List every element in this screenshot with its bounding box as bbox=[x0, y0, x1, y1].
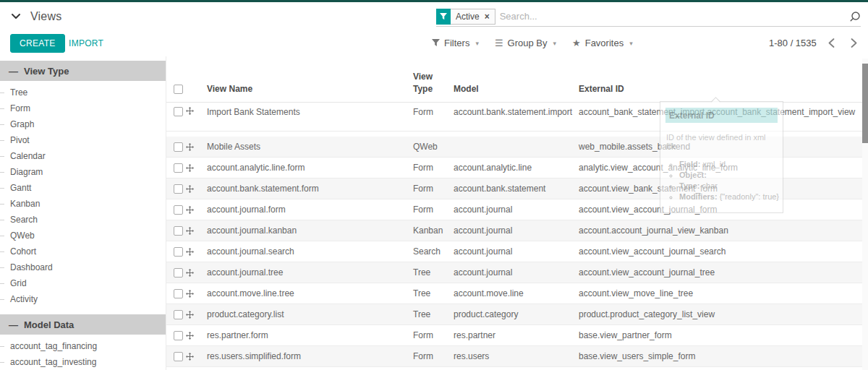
column-header-view-type[interactable]: View Type bbox=[413, 71, 454, 95]
sidebar-item-model-data[interactable]: account_tag_investing bbox=[0, 354, 166, 370]
row-checkbox[interactable] bbox=[174, 142, 183, 152]
views-list-page: Views Active × CREATE IMPORT bbox=[0, 0, 868, 370]
search-panel-sidebar: — View Type Tree Form Graph Pivot Calend… bbox=[0, 56, 166, 370]
sidebar-section-view-type: — View Type bbox=[0, 61, 166, 81]
sidebar-item-model-data[interactable]: account_tag_financing bbox=[0, 338, 166, 354]
row-checkbox[interactable] bbox=[174, 310, 183, 319]
sidebar-item-view-type[interactable]: Form bbox=[0, 100, 166, 116]
cell-model: account.bank.statement.import bbox=[454, 107, 579, 117]
cell-view-name: account.journal.search bbox=[207, 246, 413, 257]
sidebar-item-view-type[interactable]: Kanban bbox=[0, 196, 166, 212]
table-row[interactable]: res.partner.form Form res.partner base.v… bbox=[166, 325, 868, 346]
favorites-dropdown[interactable]: ★ Favorites ▾ bbox=[572, 38, 633, 48]
control-panel: Views Active × CREATE IMPORT bbox=[0, 2, 868, 56]
search-icon[interactable] bbox=[849, 11, 861, 22]
group-by-icon: ☰ bbox=[495, 38, 503, 48]
row-checkbox[interactable] bbox=[174, 184, 183, 194]
drag-handle-icon[interactable] bbox=[186, 311, 194, 319]
drag-handle-icon[interactable] bbox=[186, 227, 194, 235]
facet-remove-icon[interactable]: × bbox=[485, 12, 490, 21]
row-checkbox[interactable] bbox=[174, 352, 183, 361]
search-facet-active[interactable]: Active × bbox=[436, 9, 495, 25]
row-checkbox[interactable] bbox=[174, 289, 183, 298]
cell-view-type: Form bbox=[413, 205, 454, 215]
group-by-dropdown[interactable]: ☰ Group By ▾ bbox=[495, 38, 556, 48]
cell-view-type: Kanban bbox=[413, 225, 454, 236]
table-row[interactable]: account.journal.tree Tree account.journa… bbox=[166, 262, 868, 283]
cell-view-type: Tree bbox=[413, 267, 454, 278]
cell-model: account.move.line bbox=[454, 288, 579, 298]
cell-view-name: Mobile Assets bbox=[207, 142, 413, 152]
tooltip-title: External ID bbox=[665, 108, 778, 123]
facet-label: Active bbox=[456, 12, 480, 22]
sidebar-item-view-type[interactable]: QWeb bbox=[0, 228, 166, 244]
sidebar-item-view-type[interactable]: Tree bbox=[0, 85, 166, 100]
search-input[interactable] bbox=[500, 11, 845, 22]
sidebar-item-view-type[interactable]: Activity bbox=[0, 291, 166, 307]
field-tooltip: External ID ID of the view defined in xm… bbox=[660, 101, 783, 213]
filters-dropdown[interactable]: Filters ▾ bbox=[432, 38, 479, 48]
cell-view-name: account.analytic.line.form bbox=[207, 163, 413, 173]
sidebar-item-view-type[interactable]: Graph bbox=[0, 116, 166, 132]
select-all-checkbox[interactable] bbox=[174, 85, 183, 94]
sidebar-item-view-type[interactable]: Search bbox=[0, 212, 166, 228]
tooltip-field: Object: bbox=[679, 170, 783, 181]
drag-handle-icon[interactable] bbox=[186, 290, 194, 298]
filter-facet-icon bbox=[436, 9, 451, 25]
create-button[interactable]: CREATE bbox=[10, 34, 65, 53]
drag-handle-icon[interactable] bbox=[186, 248, 194, 256]
search-bar[interactable]: Active × bbox=[436, 7, 861, 27]
drag-handle-icon[interactable] bbox=[186, 164, 194, 172]
column-header-external-id[interactable]: External ID bbox=[579, 83, 868, 95]
drag-handle-icon[interactable] bbox=[186, 332, 194, 340]
sidebar-item-view-type[interactable]: Grid bbox=[0, 275, 166, 291]
row-checkbox[interactable] bbox=[174, 226, 183, 236]
drag-handle-icon[interactable] bbox=[186, 185, 194, 193]
column-header-model[interactable]: Model bbox=[454, 83, 579, 95]
cell-model: product.category bbox=[454, 309, 579, 319]
tooltip-field-list: Field: xml_id Object: Type: char Modifie… bbox=[679, 159, 783, 202]
table-row[interactable]: account.journal.kanban Kanban account.jo… bbox=[166, 220, 868, 241]
row-checkbox[interactable] bbox=[174, 268, 183, 278]
cell-view-name: account.journal.tree bbox=[207, 267, 413, 278]
cell-model: account.journal bbox=[454, 225, 579, 236]
pager-next-button[interactable] bbox=[846, 38, 861, 48]
row-checkbox[interactable] bbox=[174, 163, 183, 173]
tooltip-field: Modifiers: {"readonly": true} bbox=[679, 192, 783, 202]
cell-external-id: base.view_users_simple_form bbox=[579, 351, 868, 361]
sidebar-item-view-type[interactable]: Diagram bbox=[0, 164, 166, 180]
cell-view-name: res.users.simplified.form bbox=[207, 351, 413, 361]
row-checkbox[interactable] bbox=[174, 331, 183, 340]
tooltip-field: Field: xml_id bbox=[679, 159, 783, 170]
chevron-down-icon[interactable] bbox=[12, 14, 20, 20]
sidebar-item-view-type[interactable]: Gantt bbox=[0, 180, 166, 196]
import-button[interactable]: IMPORT bbox=[69, 34, 103, 53]
sidebar-item-view-type[interactable]: Pivot bbox=[0, 132, 166, 148]
drag-handle-icon[interactable] bbox=[186, 353, 194, 361]
column-header-view-name[interactable]: View Name bbox=[207, 83, 413, 95]
drag-handle-icon[interactable] bbox=[186, 143, 194, 151]
table-row[interactable]: account.move.line.tree Tree account.move… bbox=[166, 283, 868, 304]
caret-down-icon: ▾ bbox=[475, 40, 479, 47]
row-checkbox[interactable] bbox=[174, 205, 183, 215]
cell-view-type: Form bbox=[413, 184, 454, 194]
table-row[interactable]: account.journal.search Search account.jo… bbox=[166, 241, 868, 262]
cell-model: res.partner bbox=[454, 330, 579, 340]
table-row[interactable]: product.category.list Tree product.categ… bbox=[166, 304, 868, 325]
row-checkbox[interactable] bbox=[174, 247, 183, 257]
table-row[interactable]: res.users.simplified.form Form res.users… bbox=[166, 346, 868, 367]
cell-model: account.analytic.line bbox=[454, 163, 579, 173]
chevron-right-icon bbox=[851, 38, 857, 48]
drag-handle-icon[interactable] bbox=[186, 107, 194, 115]
pager-previous-button[interactable] bbox=[824, 38, 839, 48]
row-checkbox[interactable] bbox=[174, 107, 183, 116]
scrollbar-thumb[interactable] bbox=[862, 64, 868, 143]
pager: 1-80 / 1535 bbox=[769, 38, 861, 48]
drag-handle-icon[interactable] bbox=[186, 206, 194, 214]
cell-external-id: product.product_category_list_view bbox=[579, 309, 868, 319]
sidebar-item-view-type[interactable]: Calendar bbox=[0, 148, 166, 164]
drag-handle-icon[interactable] bbox=[186, 269, 194, 277]
sidebar-item-view-type[interactable]: Cohort bbox=[0, 244, 166, 259]
chevron-left-icon bbox=[828, 38, 835, 48]
sidebar-item-view-type[interactable]: Dashboard bbox=[0, 259, 166, 275]
